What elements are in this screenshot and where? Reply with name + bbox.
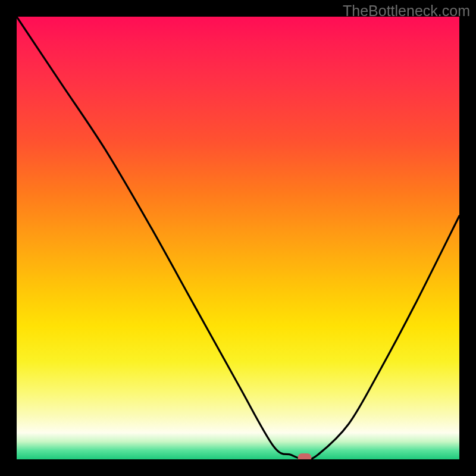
chart-container: TheBottleneck.com <box>0 0 476 476</box>
bottleneck-marker <box>298 453 311 459</box>
watermark-text: TheBottleneck.com <box>343 2 470 20</box>
plot-area <box>17 17 459 459</box>
bottleneck-curve <box>17 17 459 459</box>
